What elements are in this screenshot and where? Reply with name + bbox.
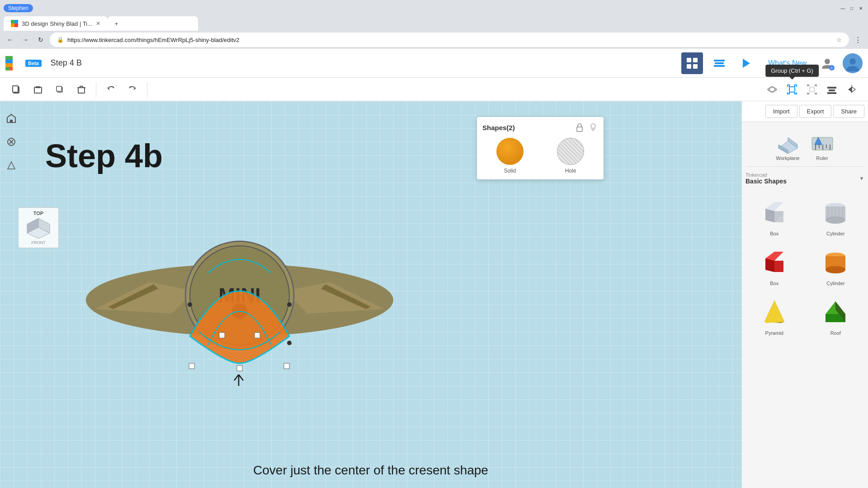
forward-button[interactable]: → [19, 33, 32, 46]
align-button[interactable] [823, 80, 841, 99]
project-title[interactable]: Step 4 B [51, 58, 82, 68]
delete-button[interactable] [72, 80, 90, 99]
solid-preview [496, 138, 524, 165]
lock-shapes-icon[interactable] [575, 122, 585, 132]
favicon [11, 20, 18, 27]
step-label: Step 4b [45, 137, 163, 174]
library-dropdown[interactable]: ▼ [859, 175, 864, 182]
svg-rect-17 [13, 86, 18, 92]
svg-rect-45 [284, 363, 289, 369]
shapes-type-grid: Solid Hole [482, 138, 598, 174]
simulation-button[interactable] [736, 52, 757, 74]
redo-button[interactable] [123, 80, 142, 99]
box-red-label: Box [770, 281, 778, 286]
svg-marker-85 [764, 300, 784, 323]
shapes-grid: Box Cylinder [745, 190, 864, 343]
right-panel: Import Export Share Workplane [741, 101, 868, 488]
user-chip[interactable]: Stephen [4, 4, 33, 12]
svg-rect-31 [10, 120, 13, 122]
shapes-panel: Shapes(2) Solid [477, 117, 604, 179]
view-cube-front: FRONT [32, 240, 46, 245]
maximize-button[interactable]: □ [848, 5, 855, 12]
svg-point-48 [287, 341, 292, 345]
box-gray-card[interactable]: Box [745, 194, 803, 240]
paste-button[interactable] [29, 80, 47, 99]
cylinder-gray-card[interactable]: Cylinder [807, 194, 865, 240]
solid-label: Solid [504, 168, 516, 174]
grid-view-button[interactable] [681, 52, 703, 74]
solid-shape-option[interactable]: Solid [482, 138, 538, 174]
export-button[interactable]: Export [799, 105, 832, 118]
more-options-button[interactable]: ⋮ [852, 33, 864, 46]
share-button[interactable]: Share [833, 105, 864, 118]
ruler-label: Ruler [816, 155, 828, 161]
tinkercad-logo[interactable] [5, 56, 20, 70]
svg-rect-44 [237, 366, 242, 371]
workplane-label: Workplane [776, 155, 799, 161]
perspective-button[interactable] [3, 157, 19, 174]
svg-rect-43 [189, 363, 194, 369]
pyramid-yellow-card[interactable]: Pyramid [745, 293, 803, 339]
library-title: Basic Shapes [745, 178, 787, 185]
svg-rect-27 [810, 87, 814, 92]
action-toolbar: Import Export Share [742, 101, 868, 122]
shapes-library: Workplane [742, 122, 868, 488]
undo-button[interactable] [102, 80, 120, 99]
close-tab-button[interactable]: ✕ [96, 20, 100, 27]
new-tab-button[interactable]: + [108, 16, 198, 31]
roof-green-card[interactable]: Roof [807, 293, 865, 339]
code-blocks-button[interactable] [708, 52, 730, 74]
cylinder-orange-label: Cylinder [826, 281, 844, 286]
svg-rect-10 [714, 65, 725, 67]
svg-rect-0 [11, 20, 14, 23]
svg-marker-79 [765, 258, 774, 272]
user-avatar[interactable] [843, 53, 863, 73]
mini-logo: MINI [81, 210, 398, 390]
view-cube[interactable]: TOP FRONT [18, 207, 59, 248]
fit-view-button[interactable] [3, 134, 19, 150]
hole-shape-option[interactable]: Hole [543, 138, 598, 174]
svg-rect-8 [714, 60, 725, 61]
svg-rect-4 [687, 58, 691, 62]
svg-point-47 [188, 302, 192, 307]
svg-rect-1 [14, 20, 18, 23]
svg-text:+: + [830, 66, 833, 70]
lock-icon: 🔒 [57, 37, 64, 43]
reload-button[interactable]: ↻ [34, 33, 47, 46]
group-button[interactable] [783, 80, 801, 99]
canvas-area[interactable]: TOP FRONT Step 4b MINI [0, 101, 741, 488]
import-button[interactable]: Import [765, 105, 797, 118]
group-tooltip: Group (Ctrl + G) [765, 65, 819, 77]
add-user-button[interactable]: + [817, 53, 837, 73]
box-gray-label: Box [770, 231, 778, 236]
bookmark-icon[interactable]: ☆ [836, 37, 842, 43]
bulb-icon[interactable] [588, 122, 598, 132]
side-nav [0, 101, 23, 488]
back-button[interactable]: ← [4, 33, 16, 46]
svg-rect-49 [577, 127, 582, 131]
workplane-icon [774, 131, 802, 154]
svg-rect-9 [715, 62, 724, 64]
svg-rect-6 [687, 64, 691, 69]
svg-rect-5 [693, 58, 698, 62]
instruction-text: Cover just the center of the cresent sha… [253, 463, 488, 478]
library-header: Tinkercad Basic Shapes ▼ [745, 170, 864, 187]
box-red-card[interactable]: Box [745, 244, 803, 290]
mirror-button[interactable] [843, 80, 861, 99]
roof-label: Roof [830, 330, 841, 336]
cylinder-orange-card[interactable]: Cylinder [807, 244, 865, 290]
address-bar[interactable]: 🔒 https://www.tinkercad.com/things/hEmEW… [50, 33, 849, 47]
workplane-tool[interactable]: Workplane [774, 131, 802, 161]
main-toolbar: Group (Ctrl + G) [0, 78, 868, 101]
home-view-button[interactable] [3, 110, 19, 127]
ruler-tool[interactable]: Ruler [809, 131, 836, 161]
duplicate-button[interactable] [51, 80, 69, 99]
close-button[interactable]: ✕ [857, 5, 864, 12]
ungroup-button[interactable] [803, 80, 821, 99]
minimize-button[interactable]: — [839, 5, 846, 12]
window-controls: — □ ✕ [839, 5, 864, 12]
hide-button[interactable] [763, 80, 781, 99]
library-brand: Tinkercad [745, 172, 787, 178]
browser-tab[interactable]: 3D design Shiny Blad | Ti... ✕ [4, 16, 108, 31]
copy-button[interactable] [7, 80, 25, 99]
